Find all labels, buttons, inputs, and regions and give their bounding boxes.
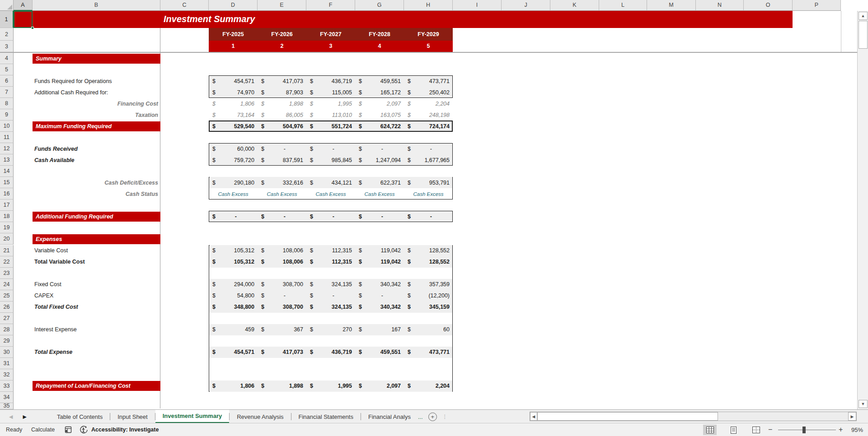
- zoom-level[interactable]: 95%: [851, 423, 863, 436]
- zoom-slider-thumb[interactable]: [802, 427, 806, 433]
- value-cell[interactable]: $-: [404, 143, 453, 154]
- value-cell[interactable]: $119,042: [355, 256, 404, 268]
- value-cell[interactable]: $340,342: [355, 301, 404, 313]
- new-sheet-button[interactable]: +: [428, 413, 437, 421]
- value-cell[interactable]: $-: [258, 143, 306, 154]
- zoom-slider-track[interactable]: [778, 430, 836, 430]
- row-label[interactable]: Total Fixed Cost: [34, 301, 158, 313]
- sheet-tab-investment-summary[interactable]: Investment Summary: [155, 410, 230, 423]
- value-cell[interactable]: $1,677,965: [404, 154, 453, 166]
- value-cell[interactable]: $551,724: [306, 121, 355, 132]
- status-calculate[interactable]: Calculate: [31, 423, 55, 436]
- value-cell[interactable]: $417,073: [258, 75, 306, 87]
- value-cell[interactable]: $1,806: [209, 380, 258, 392]
- value-cell[interactable]: $459,551: [355, 347, 404, 358]
- value-cell[interactable]: $473,771: [404, 75, 453, 87]
- value-cell[interactable]: $119,042: [355, 245, 404, 256]
- section-banner-row-18[interactable]: Additional Funding Required: [33, 212, 160, 222]
- value-cell[interactable]: $-: [306, 143, 355, 154]
- row-label[interactable]: Cash Deficit/Excess: [34, 177, 158, 188]
- horizontal-scrollbar[interactable]: ◀ ▶: [530, 412, 857, 421]
- value-cell[interactable]: $-: [258, 211, 306, 222]
- value-cell[interactable]: $340,342: [355, 279, 404, 290]
- value-cell[interactable]: $1,995: [306, 380, 355, 392]
- scroll-down-icon[interactable]: ▼: [859, 400, 868, 408]
- value-cell[interactable]: $454,571: [209, 75, 258, 87]
- value-cell[interactable]: $308,700: [258, 301, 306, 313]
- value-cell[interactable]: $324,135: [306, 301, 355, 313]
- row-label[interactable]: Total Variable Cost: [34, 256, 158, 268]
- value-cell[interactable]: $1,898: [258, 98, 306, 109]
- value-cell[interactable]: $-: [404, 211, 453, 222]
- row-label[interactable]: CAPEX: [34, 290, 158, 301]
- value-cell[interactable]: $128,552: [404, 245, 453, 256]
- value-cell[interactable]: $128,552: [404, 256, 453, 268]
- accessibility-status[interactable]: Accessibility: Investigate: [91, 423, 159, 436]
- value-cell[interactable]: $1,247,094: [355, 154, 404, 166]
- row-label[interactable]: Cash Status: [34, 188, 158, 199]
- tab-nav-left-icon[interactable]: ◀: [9, 414, 13, 420]
- value-cell[interactable]: $417,073: [258, 347, 306, 358]
- value-cell[interactable]: $434,121: [306, 177, 355, 188]
- value-cell[interactable]: Cash Excess: [258, 188, 306, 199]
- row-label[interactable]: Taxation: [34, 109, 158, 121]
- value-cell[interactable]: $1,806: [209, 98, 258, 109]
- value-cell[interactable]: $290,180: [209, 177, 258, 188]
- value-cell[interactable]: Cash Excess: [355, 188, 404, 199]
- value-cell[interactable]: $112,315: [306, 256, 355, 268]
- selected-cell-a1[interactable]: [14, 11, 33, 28]
- value-cell[interactable]: $1,995: [306, 98, 355, 109]
- value-cell[interactable]: $436,719: [306, 347, 355, 358]
- sheet-tab-financial-analys[interactable]: Financial Analys: [361, 410, 418, 423]
- scroll-left-icon[interactable]: ◀: [530, 412, 537, 421]
- value-cell[interactable]: $105,312: [209, 256, 258, 268]
- section-banner-row-33[interactable]: Repayment of Loan/Financing Cost: [33, 381, 160, 391]
- value-cell[interactable]: $624,722: [355, 121, 404, 132]
- value-cell[interactable]: $270: [306, 324, 355, 335]
- value-cell[interactable]: $73,164: [209, 109, 258, 121]
- value-cell[interactable]: $294,000: [209, 279, 258, 290]
- value-cell[interactable]: Cash Excess: [209, 188, 258, 199]
- value-cell[interactable]: $-: [355, 211, 404, 222]
- value-cell[interactable]: $163,075: [355, 109, 404, 121]
- value-cell[interactable]: $-: [258, 290, 306, 301]
- page-break-view-icon[interactable]: [749, 425, 763, 435]
- horizontal-scroll-thumb[interactable]: [537, 412, 718, 421]
- value-cell[interactable]: $250,402: [404, 87, 453, 98]
- tab-nav-right-icon[interactable]: ▶: [23, 414, 26, 420]
- section-banner-row-20[interactable]: Expenses: [33, 234, 160, 244]
- value-cell[interactable]: $54,800: [209, 290, 258, 301]
- value-cell[interactable]: $622,371: [355, 177, 404, 188]
- value-cell[interactable]: $2,204: [404, 380, 453, 392]
- value-cell[interactable]: $112,315: [306, 245, 355, 256]
- value-cell[interactable]: $332,616: [258, 177, 306, 188]
- value-cell[interactable]: $724,174: [404, 121, 453, 132]
- value-cell[interactable]: $985,845: [306, 154, 355, 166]
- fill-handle[interactable]: [31, 27, 34, 29]
- value-cell[interactable]: $2,097: [355, 380, 404, 392]
- value-cell[interactable]: $108,006: [258, 256, 306, 268]
- value-cell[interactable]: $324,135: [306, 279, 355, 290]
- row-label[interactable]: Financing Cost: [34, 98, 158, 109]
- row-label[interactable]: Cash Available: [34, 154, 158, 166]
- value-cell[interactable]: $248,198: [404, 109, 453, 121]
- value-cell[interactable]: $87,903: [258, 87, 306, 98]
- value-cell[interactable]: $-: [306, 290, 355, 301]
- sheet-tab-table-of-contents[interactable]: Table of Contents: [50, 410, 110, 423]
- value-cell[interactable]: $953,791: [404, 177, 453, 188]
- value-cell[interactable]: $(12,200): [404, 290, 453, 301]
- value-cell[interactable]: $308,700: [258, 279, 306, 290]
- vertical-scrollbar[interactable]: ▲ ▼: [857, 11, 868, 409]
- tab-options-dots-icon[interactable]: ⋮: [442, 414, 448, 420]
- value-cell[interactable]: $108,006: [258, 245, 306, 256]
- value-cell[interactable]: $2,097: [355, 98, 404, 109]
- value-cell[interactable]: $504,976: [258, 121, 306, 132]
- value-cell[interactable]: $167: [355, 324, 404, 335]
- value-cell[interactable]: $-: [209, 211, 258, 222]
- value-cell[interactable]: $459,551: [355, 75, 404, 87]
- page-layout-view-icon[interactable]: [727, 425, 740, 435]
- value-cell[interactable]: Cash Excess: [306, 188, 355, 199]
- value-cell[interactable]: $115,005: [306, 87, 355, 98]
- value-cell[interactable]: $-: [355, 290, 404, 301]
- value-cell[interactable]: $2,204: [404, 98, 453, 109]
